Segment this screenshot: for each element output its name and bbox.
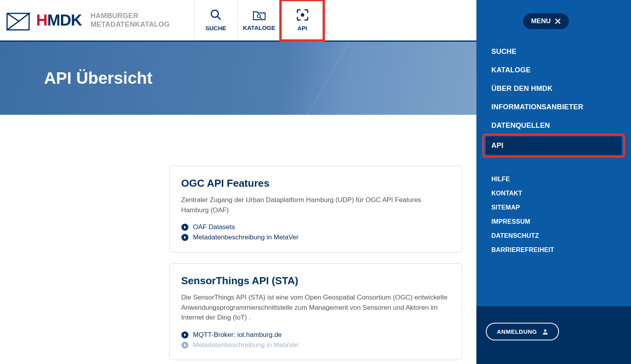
arrow-right-icon	[181, 224, 188, 231]
card-link-label: MQTT-Broker: iot.hamburg.de	[193, 331, 282, 339]
menu-item-hilfe[interactable]: HILFE	[486, 172, 622, 186]
card-title: SensorThings API (STA)	[181, 275, 450, 287]
top-nav: SUCHE KATALOGE API	[194, 0, 324, 40]
catalog-icon	[253, 9, 266, 20]
svg-point-2	[257, 15, 260, 18]
side-menu: SUCHE KATALOGE ÜBER DEN HMDK INFORMATION…	[476, 0, 631, 364]
user-icon	[542, 329, 548, 335]
menu-button-label: MENU	[531, 17, 551, 25]
nav-kataloge-label: KATALOGE	[243, 24, 275, 31]
menu-button[interactable]: MENU	[523, 13, 569, 29]
menu-item-sitemap[interactable]: SITEMAP	[486, 200, 622, 215]
card-link[interactable]: Metadatenbeschreibung in MetaVer	[181, 340, 450, 350]
nav-api[interactable]: API	[280, 0, 324, 40]
svg-point-0	[211, 10, 218, 17]
card-description: Zentraler Zugang der Urban Dataplatform …	[181, 195, 450, 215]
search-icon	[210, 9, 222, 21]
card-link-label: OAF Datasets	[193, 223, 235, 231]
card-title: OGC API Features	[181, 177, 450, 189]
menu-item-datenquellen[interactable]: DATENQUELLEN	[486, 116, 622, 135]
card-link-label: Metadatenbeschreibung in MetaVer	[193, 233, 299, 241]
login-button-label: ANMELDUNG	[497, 328, 537, 335]
menu-item-kontakt[interactable]: KONTAKT	[486, 186, 622, 200]
login-button[interactable]: ANMELDUNG	[486, 323, 559, 340]
menu-item-kataloge[interactable]: KATALOGE	[486, 61, 622, 79]
svg-line-3	[260, 17, 262, 19]
logo-subtitle: HAMBURGER METADATENKATALOG	[90, 12, 170, 29]
side-menu-bottom: ANMELDUNG	[476, 306, 631, 364]
page-title: API Übersicht	[44, 69, 152, 88]
card-list: OGC API Features Zentraler Zugang der Ur…	[169, 166, 462, 364]
logo[interactable]: HMDK HAMBURGER METADATENKATALOG	[0, 0, 194, 40]
arrow-right-icon	[181, 342, 188, 349]
menu-primary-group: SUCHE KATALOGE ÜBER DEN HMDK INFORMATION…	[486, 42, 622, 156]
svg-point-7	[544, 329, 546, 332]
menu-item-barrierefreiheit[interactable]: BARRIEREFREIHEIT	[486, 243, 622, 257]
logo-text: HMDK	[36, 11, 82, 29]
close-icon	[555, 18, 561, 24]
api-icon	[297, 9, 308, 21]
menu-item-ueber[interactable]: ÜBER DEN HMDK	[486, 79, 622, 98]
card-link[interactable]: Metadatenbeschreibung in MetaVer	[181, 232, 450, 243]
card-link[interactable]: OAF Datasets	[181, 222, 450, 232]
svg-line-1	[218, 17, 221, 20]
svg-point-4	[301, 13, 304, 17]
api-card-ogc: OGC API Features Zentraler Zugang der Ur…	[169, 166, 462, 252]
nav-suche-label: SUCHE	[205, 25, 226, 31]
arrow-right-icon	[181, 331, 188, 338]
api-card-sta: SensorThings API (STA) Die SensorThings …	[169, 263, 462, 360]
menu-item-datenschutz[interactable]: DATENSCHUTZ	[486, 229, 622, 243]
logo-icon	[5, 6, 33, 35]
nav-api-label: API	[297, 25, 307, 31]
menu-item-suche[interactable]: SUCHE	[486, 42, 622, 61]
nav-suche[interactable]: SUCHE	[194, 0, 237, 40]
menu-item-api[interactable]: API	[486, 136, 622, 155]
menu-item-informationsanbieter[interactable]: INFORMATIONSANBIETER	[486, 98, 622, 116]
card-link-label: Metadatenbeschreibung in MetaVer	[193, 341, 299, 349]
card-description: Die SensorThings API (STA) ist eine vom …	[181, 292, 450, 323]
menu-secondary-group: HILFE KONTAKT SITEMAP IMPRESSUM DATENSCH…	[486, 172, 622, 257]
menu-item-impressum[interactable]: IMPRESSUM	[486, 215, 622, 229]
nav-kataloge[interactable]: KATALOGE	[237, 0, 280, 40]
arrow-right-icon	[181, 234, 188, 241]
card-link[interactable]: MQTT-Broker: iot.hamburg.de	[181, 330, 450, 340]
